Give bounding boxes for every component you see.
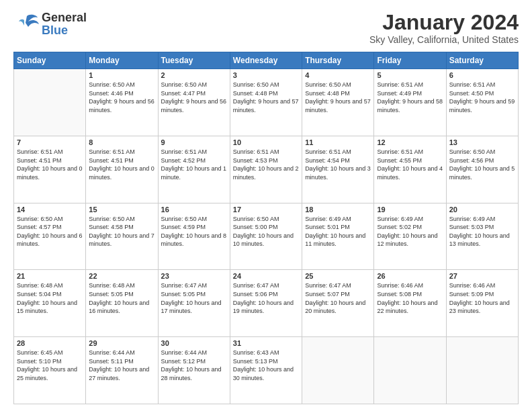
calendar-cell: 15Sunrise: 6:50 AMSunset: 4:58 PMDayligh… (86, 203, 158, 270)
daylight-text: Daylight: 10 hours and 6 minutes. (17, 232, 83, 248)
sunrise-text: Sunrise: 6:50 AM (89, 215, 154, 224)
calendar-cell: 8Sunrise: 6:51 AMSunset: 4:51 PMDaylight… (86, 136, 158, 203)
sunset-text: Sunset: 5:00 PM (233, 223, 299, 232)
day-number: 16 (161, 205, 227, 214)
day-info: Sunrise: 6:46 AMSunset: 5:08 PMDaylight:… (377, 281, 443, 315)
calendar-cell: 3Sunrise: 6:50 AMSunset: 4:48 PMDaylight… (230, 69, 302, 136)
day-info: Sunrise: 6:47 AMSunset: 5:05 PMDaylight:… (161, 281, 227, 315)
calendar-cell (446, 337, 518, 404)
calendar-cell: 9Sunrise: 6:51 AMSunset: 4:52 PMDaylight… (158, 136, 230, 203)
daylight-text: Daylight: 10 hours and 30 minutes. (233, 365, 299, 382)
daylight-text: Daylight: 10 hours and 8 minutes. (161, 232, 227, 248)
calendar-cell: 13Sunrise: 6:50 AMSunset: 4:56 PMDayligh… (446, 136, 518, 203)
sunrise-text: Sunrise: 6:51 AM (449, 81, 515, 89)
day-number: 19 (377, 205, 443, 214)
day-number: 9 (161, 138, 227, 146)
daylight-text: Daylight: 10 hours and 0 minutes. (89, 165, 154, 181)
page: General Blue January 2024 Sky Valley, Ca… (0, 0, 532, 411)
sunrise-text: Sunrise: 6:45 AM (17, 349, 83, 357)
sunrise-text: Sunrise: 6:47 AM (305, 281, 371, 290)
week-row-3: 21Sunrise: 6:48 AMSunset: 5:04 PMDayligh… (14, 270, 519, 337)
sunset-text: Sunset: 5:02 PM (377, 223, 443, 232)
day-number: 5 (377, 71, 443, 79)
day-number: 22 (89, 272, 154, 280)
day-info: Sunrise: 6:51 AMSunset: 4:55 PMDaylight:… (377, 148, 443, 181)
sunrise-text: Sunrise: 6:50 AM (305, 81, 371, 89)
calendar-cell: 31Sunrise: 6:43 AMSunset: 5:13 PMDayligh… (230, 337, 302, 404)
day-info: Sunrise: 6:49 AMSunset: 5:01 PMDaylight:… (305, 215, 371, 248)
sunset-text: Sunset: 5:13 PM (233, 357, 299, 366)
day-info: Sunrise: 6:50 AMSunset: 4:47 PMDaylight:… (161, 81, 227, 114)
sunset-text: Sunset: 5:09 PM (449, 290, 515, 299)
logo-icon (13, 11, 40, 38)
sunrise-text: Sunrise: 6:48 AM (89, 281, 154, 290)
sunrise-text: Sunrise: 6:44 AM (89, 349, 154, 357)
calendar-cell: 21Sunrise: 6:48 AMSunset: 5:04 PMDayligh… (14, 270, 86, 337)
sunset-text: Sunset: 4:54 PM (305, 156, 371, 165)
sunset-text: Sunset: 4:50 PM (449, 89, 515, 98)
header-sunday: Sunday (14, 52, 86, 69)
day-number: 3 (233, 71, 299, 79)
day-number: 24 (233, 272, 299, 280)
day-number: 28 (17, 339, 83, 347)
day-info: Sunrise: 6:50 AMSunset: 4:58 PMDaylight:… (89, 215, 154, 248)
day-info: Sunrise: 6:51 AMSunset: 4:54 PMDaylight:… (305, 148, 371, 181)
day-info: Sunrise: 6:50 AMSunset: 4:48 PMDaylight:… (233, 81, 299, 114)
day-info: Sunrise: 6:51 AMSunset: 4:49 PMDaylight:… (377, 81, 443, 114)
daylight-text: Daylight: 10 hours and 23 minutes. (449, 299, 515, 316)
calendar-cell (302, 337, 374, 404)
daylight-text: Daylight: 9 hours and 58 minutes. (377, 97, 443, 114)
calendar-cell: 20Sunrise: 6:49 AMSunset: 5:03 PMDayligh… (446, 203, 518, 270)
sunrise-text: Sunrise: 6:50 AM (161, 81, 227, 89)
daylight-text: Daylight: 9 hours and 59 minutes. (449, 97, 515, 114)
daylight-text: Daylight: 9 hours and 56 minutes. (161, 97, 227, 114)
sunrise-text: Sunrise: 6:51 AM (233, 148, 299, 156)
week-row-4: 28Sunrise: 6:45 AMSunset: 5:10 PMDayligh… (14, 337, 519, 404)
day-info: Sunrise: 6:44 AMSunset: 5:12 PMDaylight:… (161, 349, 227, 382)
day-number: 17 (233, 205, 299, 214)
daylight-text: Daylight: 10 hours and 3 minutes. (305, 165, 371, 181)
sunset-text: Sunset: 4:51 PM (17, 156, 83, 165)
day-info: Sunrise: 6:50 AMSunset: 4:46 PMDaylight:… (89, 81, 154, 114)
sunrise-text: Sunrise: 6:51 AM (377, 81, 443, 89)
daylight-text: Daylight: 10 hours and 13 minutes. (449, 232, 515, 248)
sunset-text: Sunset: 4:53 PM (233, 156, 299, 165)
calendar-cell: 16Sunrise: 6:50 AMSunset: 4:59 PMDayligh… (158, 203, 230, 270)
sunset-text: Sunset: 5:08 PM (377, 290, 443, 299)
day-info: Sunrise: 6:47 AMSunset: 5:07 PMDaylight:… (305, 281, 371, 315)
sunrise-text: Sunrise: 6:50 AM (233, 215, 299, 224)
header-tuesday: Tuesday (158, 52, 230, 69)
sunset-text: Sunset: 4:51 PM (89, 156, 154, 165)
daylight-text: Daylight: 10 hours and 10 minutes. (233, 232, 299, 248)
day-info: Sunrise: 6:50 AMSunset: 5:00 PMDaylight:… (233, 215, 299, 248)
day-info: Sunrise: 6:51 AMSunset: 4:51 PMDaylight:… (17, 148, 83, 181)
calendar-cell: 4Sunrise: 6:50 AMSunset: 4:48 PMDaylight… (302, 69, 374, 136)
sunset-text: Sunset: 4:48 PM (305, 89, 371, 98)
day-number: 13 (449, 138, 515, 146)
calendar-cell: 10Sunrise: 6:51 AMSunset: 4:53 PMDayligh… (230, 136, 302, 203)
sunset-text: Sunset: 5:10 PM (17, 357, 83, 366)
day-info: Sunrise: 6:49 AMSunset: 5:02 PMDaylight:… (377, 215, 443, 248)
daylight-text: Daylight: 10 hours and 11 minutes. (305, 232, 371, 248)
calendar-cell: 11Sunrise: 6:51 AMSunset: 4:54 PMDayligh… (302, 136, 374, 203)
day-number: 30 (161, 339, 227, 347)
day-info: Sunrise: 6:43 AMSunset: 5:13 PMDaylight:… (233, 349, 299, 382)
day-info: Sunrise: 6:46 AMSunset: 5:09 PMDaylight:… (449, 281, 515, 315)
day-number: 10 (233, 138, 299, 146)
header-thursday: Thursday (302, 52, 374, 69)
sunset-text: Sunset: 4:58 PM (89, 223, 154, 232)
day-number: 11 (305, 138, 371, 146)
daylight-text: Daylight: 9 hours and 57 minutes. (233, 97, 299, 114)
daylight-text: Daylight: 9 hours and 57 minutes. (305, 97, 371, 114)
daylight-text: Daylight: 10 hours and 15 minutes. (17, 299, 83, 316)
day-number: 27 (449, 272, 515, 280)
sunrise-text: Sunrise: 6:50 AM (233, 81, 299, 89)
calendar-cell: 27Sunrise: 6:46 AMSunset: 5:09 PMDayligh… (446, 270, 518, 337)
sunset-text: Sunset: 5:03 PM (449, 223, 515, 232)
sunrise-text: Sunrise: 6:46 AM (377, 281, 443, 290)
sunset-text: Sunset: 4:49 PM (377, 89, 443, 98)
header-monday: Monday (86, 52, 158, 69)
day-number: 12 (377, 138, 443, 146)
sunset-text: Sunset: 5:11 PM (89, 357, 154, 366)
sunset-text: Sunset: 4:59 PM (161, 223, 227, 232)
